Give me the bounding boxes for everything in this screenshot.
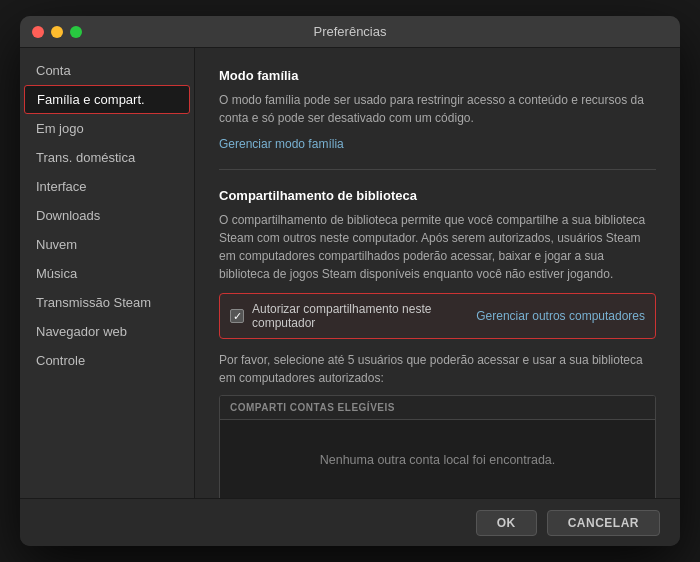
sidebar-item-familia[interactable]: Família e compart. bbox=[24, 85, 190, 114]
family-mode-desc: O modo família pode ser usado para restr… bbox=[219, 91, 656, 127]
library-sharing-title: Compartilhamento de biblioteca bbox=[219, 188, 656, 203]
sidebar-item-conta[interactable]: Conta bbox=[20, 56, 194, 85]
authorize-checkbox[interactable] bbox=[230, 309, 244, 323]
sidebar-item-em-jogo[interactable]: Em jogo bbox=[20, 114, 194, 143]
titlebar: Preferências bbox=[20, 16, 680, 48]
minimize-button[interactable] bbox=[51, 26, 63, 38]
sidebar: Conta Família e compart. Em jogo Trans. … bbox=[20, 48, 195, 498]
family-mode-title: Modo família bbox=[219, 68, 656, 83]
sidebar-item-interface[interactable]: Interface bbox=[20, 172, 194, 201]
sidebar-item-musica[interactable]: Música bbox=[20, 259, 194, 288]
manage-computers-link[interactable]: Gerenciar outros computadores bbox=[476, 309, 645, 323]
sidebar-item-controle[interactable]: Controle bbox=[20, 346, 194, 375]
table-header: COMPARTI CONTAS ELEGÍVEIS bbox=[220, 396, 655, 420]
maximize-button[interactable] bbox=[70, 26, 82, 38]
window-title: Preferências bbox=[314, 24, 387, 39]
sidebar-item-navegador[interactable]: Navegador web bbox=[20, 317, 194, 346]
family-mode-link[interactable]: Gerenciar modo família bbox=[219, 137, 344, 151]
authorize-row: Autorizar compartilhamento neste computa… bbox=[219, 293, 656, 339]
library-sharing-desc: O compartilhamento de biblioteca permite… bbox=[219, 211, 656, 283]
ok-button[interactable]: OK bbox=[476, 510, 537, 536]
traffic-lights bbox=[32, 26, 82, 38]
main-content: Modo família O modo família pode ser usa… bbox=[195, 48, 680, 498]
sidebar-item-nuvem[interactable]: Nuvem bbox=[20, 230, 194, 259]
table-body: Nenhuma outra conta local foi encontrada… bbox=[220, 420, 655, 498]
preferences-window: Preferências Conta Família e compart. Em… bbox=[20, 16, 680, 546]
sharing-info-text: Por favor, selecione até 5 usuários que … bbox=[219, 351, 656, 387]
close-button[interactable] bbox=[32, 26, 44, 38]
sidebar-item-transmissao[interactable]: Transmissão Steam bbox=[20, 288, 194, 317]
footer: OK CANCELAR bbox=[20, 498, 680, 546]
authorize-label: Autorizar compartilhamento neste computa… bbox=[252, 302, 468, 330]
sidebar-item-trans-domestica[interactable]: Trans. doméstica bbox=[20, 143, 194, 172]
sidebar-item-downloads[interactable]: Downloads bbox=[20, 201, 194, 230]
section-divider bbox=[219, 169, 656, 170]
empty-message: Nenhuma outra conta local foi encontrada… bbox=[320, 453, 556, 467]
window-content: Conta Família e compart. Em jogo Trans. … bbox=[20, 48, 680, 498]
cancel-button[interactable]: CANCELAR bbox=[547, 510, 660, 536]
eligible-accounts-table: COMPARTI CONTAS ELEGÍVEIS Nenhuma outra … bbox=[219, 395, 656, 498]
